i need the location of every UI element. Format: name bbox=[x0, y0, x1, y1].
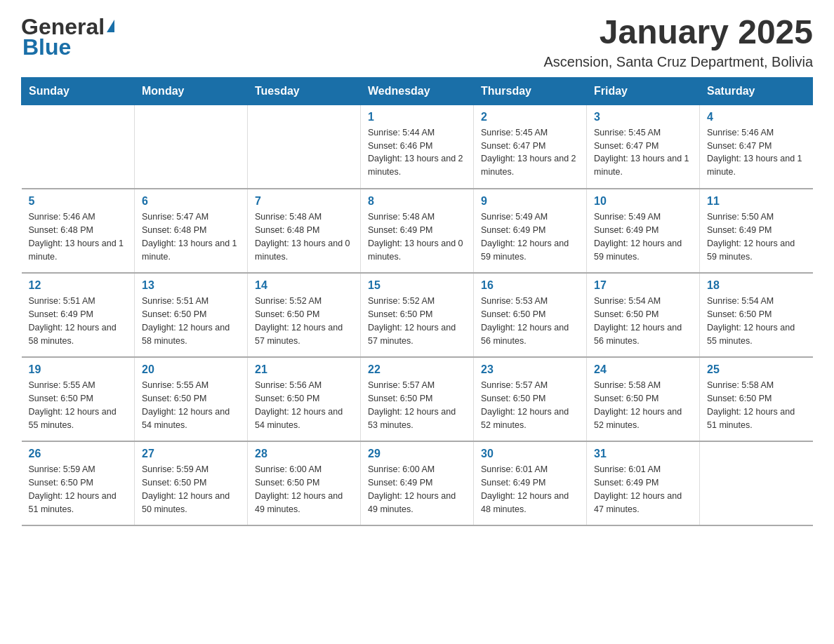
calendar-cell: 5Sunrise: 5:46 AM Sunset: 6:48 PM Daylig… bbox=[22, 189, 135, 273]
day-number: 11 bbox=[707, 195, 806, 208]
day-number: 20 bbox=[142, 363, 240, 376]
day-info: Sunrise: 5:46 AM Sunset: 6:47 PM Dayligh… bbox=[707, 126, 806, 179]
calendar-cell: 15Sunrise: 5:52 AM Sunset: 6:50 PM Dayli… bbox=[361, 273, 474, 357]
day-number: 23 bbox=[481, 363, 579, 376]
day-number: 30 bbox=[481, 448, 579, 460]
calendar-cell: 26Sunrise: 5:59 AM Sunset: 6:50 PM Dayli… bbox=[22, 441, 135, 525]
day-info: Sunrise: 5:56 AM Sunset: 6:50 PM Dayligh… bbox=[255, 379, 353, 431]
day-number: 27 bbox=[142, 448, 240, 460]
day-info: Sunrise: 5:52 AM Sunset: 6:50 PM Dayligh… bbox=[368, 295, 466, 347]
day-number: 26 bbox=[29, 448, 128, 460]
calendar-week-3: 12Sunrise: 5:51 AM Sunset: 6:49 PM Dayli… bbox=[22, 273, 813, 357]
calendar-cell: 22Sunrise: 5:57 AM Sunset: 6:50 PM Dayli… bbox=[361, 357, 474, 441]
weekday-header-friday: Friday bbox=[587, 77, 700, 105]
page-subtitle: Ascension, Santa Cruz Department, Bolivi… bbox=[543, 54, 813, 70]
day-info: Sunrise: 5:49 AM Sunset: 6:49 PM Dayligh… bbox=[594, 210, 692, 263]
calendar-cell: 3Sunrise: 5:45 AM Sunset: 6:47 PM Daylig… bbox=[587, 105, 700, 189]
day-number: 4 bbox=[707, 111, 806, 123]
calendar-cell: 7Sunrise: 5:48 AM Sunset: 6:48 PM Daylig… bbox=[248, 189, 361, 273]
calendar-cell: 16Sunrise: 5:53 AM Sunset: 6:50 PM Dayli… bbox=[474, 273, 587, 357]
weekday-header-saturday: Saturday bbox=[700, 77, 813, 105]
calendar-cell: 4Sunrise: 5:46 AM Sunset: 6:47 PM Daylig… bbox=[700, 105, 813, 189]
weekday-header-wednesday: Wednesday bbox=[361, 77, 474, 105]
day-number: 10 bbox=[594, 195, 692, 208]
calendar-cell: 19Sunrise: 5:55 AM Sunset: 6:50 PM Dayli… bbox=[22, 357, 135, 441]
day-number: 28 bbox=[255, 448, 353, 460]
day-info: Sunrise: 5:45 AM Sunset: 6:47 PM Dayligh… bbox=[481, 126, 579, 179]
day-info: Sunrise: 5:52 AM Sunset: 6:50 PM Dayligh… bbox=[255, 295, 353, 347]
calendar-cell: 9Sunrise: 5:49 AM Sunset: 6:49 PM Daylig… bbox=[474, 189, 587, 273]
day-number: 3 bbox=[594, 111, 692, 123]
day-info: Sunrise: 5:58 AM Sunset: 6:50 PM Dayligh… bbox=[594, 379, 692, 431]
day-info: Sunrise: 5:54 AM Sunset: 6:50 PM Dayligh… bbox=[707, 295, 806, 347]
calendar-cell: 10Sunrise: 5:49 AM Sunset: 6:49 PM Dayli… bbox=[587, 189, 700, 273]
day-number: 21 bbox=[255, 363, 353, 376]
day-info: Sunrise: 6:01 AM Sunset: 6:49 PM Dayligh… bbox=[594, 463, 692, 516]
day-info: Sunrise: 5:49 AM Sunset: 6:49 PM Dayligh… bbox=[481, 210, 579, 263]
calendar-cell: 28Sunrise: 6:00 AM Sunset: 6:50 PM Dayli… bbox=[248, 441, 361, 525]
day-number: 13 bbox=[142, 279, 240, 292]
calendar-cell: 2Sunrise: 5:45 AM Sunset: 6:47 PM Daylig… bbox=[474, 105, 587, 189]
day-info: Sunrise: 5:58 AM Sunset: 6:50 PM Dayligh… bbox=[707, 379, 806, 431]
calendar-week-1: 1Sunrise: 5:44 AM Sunset: 6:46 PM Daylig… bbox=[22, 105, 813, 189]
calendar-cell: 24Sunrise: 5:58 AM Sunset: 6:50 PM Dayli… bbox=[587, 357, 700, 441]
weekday-header-tuesday: Tuesday bbox=[248, 77, 361, 105]
calendar-cell: 23Sunrise: 5:57 AM Sunset: 6:50 PM Dayli… bbox=[474, 357, 587, 441]
day-number: 6 bbox=[142, 195, 240, 208]
weekday-header-thursday: Thursday bbox=[474, 77, 587, 105]
calendar-cell: 14Sunrise: 5:52 AM Sunset: 6:50 PM Dayli… bbox=[248, 273, 361, 357]
calendar-week-4: 19Sunrise: 5:55 AM Sunset: 6:50 PM Dayli… bbox=[22, 357, 813, 441]
calendar-week-5: 26Sunrise: 5:59 AM Sunset: 6:50 PM Dayli… bbox=[22, 441, 813, 525]
calendar-cell: 18Sunrise: 5:54 AM Sunset: 6:50 PM Dayli… bbox=[700, 273, 813, 357]
calendar-cell: 13Sunrise: 5:51 AM Sunset: 6:50 PM Dayli… bbox=[135, 273, 248, 357]
day-info: Sunrise: 5:45 AM Sunset: 6:47 PM Dayligh… bbox=[594, 126, 692, 179]
calendar-week-2: 5Sunrise: 5:46 AM Sunset: 6:48 PM Daylig… bbox=[22, 189, 813, 273]
calendar-cell: 6Sunrise: 5:47 AM Sunset: 6:48 PM Daylig… bbox=[135, 189, 248, 273]
day-info: Sunrise: 5:55 AM Sunset: 6:50 PM Dayligh… bbox=[142, 379, 240, 431]
calendar-cell: 25Sunrise: 5:58 AM Sunset: 6:50 PM Dayli… bbox=[700, 357, 813, 441]
calendar-cell bbox=[248, 105, 361, 189]
day-info: Sunrise: 5:59 AM Sunset: 6:50 PM Dayligh… bbox=[29, 463, 128, 516]
day-info: Sunrise: 5:55 AM Sunset: 6:50 PM Dayligh… bbox=[29, 379, 128, 431]
day-info: Sunrise: 5:51 AM Sunset: 6:49 PM Dayligh… bbox=[29, 295, 128, 347]
day-info: Sunrise: 5:51 AM Sunset: 6:50 PM Dayligh… bbox=[142, 295, 240, 347]
logo-blue: Blue bbox=[22, 34, 71, 60]
day-number: 1 bbox=[368, 111, 466, 123]
day-info: Sunrise: 5:59 AM Sunset: 6:50 PM Dayligh… bbox=[142, 463, 240, 516]
day-info: Sunrise: 5:48 AM Sunset: 6:49 PM Dayligh… bbox=[368, 210, 466, 263]
calendar-cell: 17Sunrise: 5:54 AM Sunset: 6:50 PM Dayli… bbox=[587, 273, 700, 357]
weekday-header-sunday: Sunday bbox=[22, 77, 135, 105]
calendar-cell: 30Sunrise: 6:01 AM Sunset: 6:49 PM Dayli… bbox=[474, 441, 587, 525]
day-number: 18 bbox=[707, 279, 806, 292]
day-info: Sunrise: 5:54 AM Sunset: 6:50 PM Dayligh… bbox=[594, 295, 692, 347]
day-info: Sunrise: 6:00 AM Sunset: 6:50 PM Dayligh… bbox=[255, 463, 353, 516]
calendar-cell: 8Sunrise: 5:48 AM Sunset: 6:49 PM Daylig… bbox=[361, 189, 474, 273]
calendar-header-row: SundayMondayTuesdayWednesdayThursdayFrid… bbox=[22, 77, 813, 105]
day-number: 31 bbox=[594, 448, 692, 460]
calendar-cell: 29Sunrise: 6:00 AM Sunset: 6:49 PM Dayli… bbox=[361, 441, 474, 525]
calendar-cell: 31Sunrise: 6:01 AM Sunset: 6:49 PM Dayli… bbox=[587, 441, 700, 525]
day-number: 5 bbox=[29, 195, 128, 208]
calendar-cell: 21Sunrise: 5:56 AM Sunset: 6:50 PM Dayli… bbox=[248, 357, 361, 441]
day-number: 14 bbox=[255, 279, 353, 292]
calendar-table: SundayMondayTuesdayWednesdayThursdayFrid… bbox=[21, 77, 813, 527]
day-number: 7 bbox=[255, 195, 353, 208]
day-info: Sunrise: 5:57 AM Sunset: 6:50 PM Dayligh… bbox=[481, 379, 579, 431]
weekday-header-monday: Monday bbox=[135, 77, 248, 105]
calendar-cell: 12Sunrise: 5:51 AM Sunset: 6:49 PM Dayli… bbox=[22, 273, 135, 357]
day-info: Sunrise: 5:57 AM Sunset: 6:50 PM Dayligh… bbox=[368, 379, 466, 431]
calendar-cell bbox=[135, 105, 248, 189]
calendar-cell: 20Sunrise: 5:55 AM Sunset: 6:50 PM Dayli… bbox=[135, 357, 248, 441]
day-info: Sunrise: 5:48 AM Sunset: 6:48 PM Dayligh… bbox=[255, 210, 353, 263]
calendar-cell: 11Sunrise: 5:50 AM Sunset: 6:49 PM Dayli… bbox=[700, 189, 813, 273]
calendar-cell bbox=[700, 441, 813, 525]
logo-triangle-icon bbox=[107, 20, 114, 32]
day-number: 15 bbox=[368, 279, 466, 292]
logo: General Blue bbox=[21, 14, 114, 60]
day-number: 16 bbox=[481, 279, 579, 292]
day-number: 29 bbox=[368, 448, 466, 460]
calendar-cell: 1Sunrise: 5:44 AM Sunset: 6:46 PM Daylig… bbox=[361, 105, 474, 189]
day-info: Sunrise: 6:00 AM Sunset: 6:49 PM Dayligh… bbox=[368, 463, 466, 516]
page-title: January 2025 bbox=[543, 14, 813, 51]
day-number: 25 bbox=[707, 363, 806, 376]
